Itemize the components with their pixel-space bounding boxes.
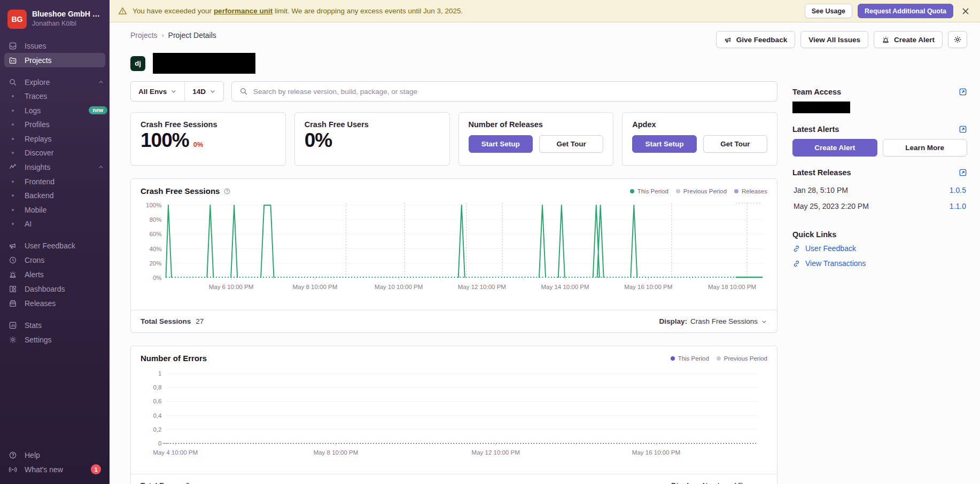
- start-setup-button[interactable]: Start Setup: [469, 135, 533, 153]
- legend-item[interactable]: Previous Period: [717, 355, 767, 362]
- legend-dot: [717, 356, 721, 361]
- total-errors-value: 0: [186, 481, 190, 484]
- request-quota-button[interactable]: Request Additional Quota: [858, 4, 953, 18]
- sidebar-item-logs[interactable]: •Logsnew: [0, 104, 110, 118]
- sidebar-item-label: Explore: [25, 78, 50, 87]
- project-settings-button[interactable]: [948, 31, 967, 48]
- number-of-errors-chart[interactable]: 10,80,60,40,20May 4 10:00 PMMay 8 10:00 …: [133, 367, 774, 469]
- sidebar-item-projects[interactable]: Projects: [4, 53, 105, 67]
- chart-legend: This PeriodPrevious Period: [671, 355, 767, 362]
- crash-free-sessions-panel: Crash Free Sessions This PeriodPrevious …: [130, 178, 777, 333]
- sidebar-item-insights[interactable]: Insights: [0, 160, 110, 175]
- view-all-issues-button[interactable]: View All Issues: [800, 31, 868, 48]
- breadcrumb-projects[interactable]: Projects: [130, 31, 158, 40]
- new-badge: new: [89, 106, 107, 114]
- sidebar-item-mobile[interactable]: •Mobile: [0, 203, 110, 217]
- legend-dot: [734, 189, 738, 193]
- crash-free-users-value: 0%: [305, 130, 332, 152]
- sidebar-item-label: Projects: [25, 56, 52, 65]
- sidebar-item-replays[interactable]: •Replays: [0, 132, 110, 146]
- display-select[interactable]: Display: Crash Free Sessions: [659, 317, 767, 325]
- quick-links-list: User FeedbackView Transactions: [792, 241, 967, 271]
- get-tour-button[interactable]: Get Tour: [539, 135, 603, 153]
- release-date: Jan 28, 5:10 PM: [794, 186, 848, 194]
- chevron-down-icon: [209, 88, 216, 95]
- filter-group: All Envs 14D: [130, 81, 224, 102]
- sidebar-item-crons[interactable]: Crons: [0, 253, 110, 268]
- help-icon[interactable]: [223, 188, 231, 195]
- siren-icon: [882, 36, 890, 44]
- start-setup-button[interactable]: Start Setup: [632, 135, 696, 153]
- search-input[interactable]: [253, 88, 769, 96]
- legend-item[interactable]: Releases: [734, 188, 767, 194]
- get-tour-button[interactable]: Get Tour: [703, 135, 767, 153]
- total-sessions-label: Total Sessions: [141, 317, 191, 325]
- environment-filter[interactable]: All Envs: [131, 82, 184, 101]
- chart-legend: This PeriodPrevious PeriodReleases: [630, 188, 767, 194]
- sidebar-item-help[interactable]: Help: [0, 448, 110, 462]
- chevron-up-icon: [98, 79, 104, 85]
- django-platform-icon: dj: [130, 56, 145, 71]
- svg-text:May 8 10:00 PM: May 8 10:00 PM: [314, 449, 359, 456]
- create-alert-button[interactable]: Create Alert: [792, 139, 877, 157]
- external-link-icon[interactable]: [959, 125, 967, 134]
- legend-item[interactable]: This Period: [630, 188, 668, 194]
- quick-link[interactable]: User Feedback: [792, 241, 967, 256]
- external-link-icon[interactable]: [959, 168, 967, 177]
- svg-text:May 18 10:00 PM: May 18 10:00 PM: [708, 284, 756, 290]
- sidebar-item-discover[interactable]: •Discover: [0, 146, 110, 160]
- org-switcher[interactable]: BG Blueshoe GmbH … Jonathan Kölbl: [0, 7, 110, 38]
- sidebar-item-frontend[interactable]: •Frontend: [0, 175, 110, 189]
- svg-text:20%: 20%: [149, 260, 161, 267]
- legend-item[interactable]: Previous Period: [676, 188, 727, 194]
- sidebar-item-profiles[interactable]: •Profiles: [0, 118, 110, 132]
- release-version-link[interactable]: 1.1.0: [950, 202, 966, 210]
- breadcrumb-current: Project Details: [168, 31, 216, 40]
- sidebar-item-issues[interactable]: Issues: [0, 38, 110, 53]
- card-title: Number of Releases: [469, 120, 604, 129]
- release-version-link[interactable]: 1.0.5: [950, 186, 966, 194]
- create-alert-button[interactable]: Create Alert: [874, 31, 943, 48]
- quick-link[interactable]: View Transactions: [792, 256, 967, 271]
- legend-item[interactable]: This Period: [671, 355, 709, 362]
- performance-unit-link[interactable]: performance unit: [214, 7, 273, 15]
- org-name: Blueshoe GmbH …: [32, 10, 100, 18]
- svg-text:May 14 10:00 PM: May 14 10:00 PM: [541, 284, 589, 290]
- learn-more-button[interactable]: Learn More: [883, 139, 968, 157]
- sidebar-item-settings[interactable]: Settings: [0, 333, 110, 347]
- give-feedback-button[interactable]: Give Feedback: [716, 31, 795, 48]
- issues-icon: [8, 42, 18, 50]
- sidebar-item-user-feedback[interactable]: User Feedback: [0, 239, 110, 253]
- date-range-filter[interactable]: 14D: [184, 82, 223, 101]
- total-sessions-value: 27: [196, 317, 204, 325]
- apdex-card: Apdex Start Setup Get Tour: [622, 112, 777, 166]
- banner-message: You have exceeded your performance unit …: [133, 7, 463, 15]
- sidebar-item-backend[interactable]: •Backend: [0, 189, 110, 203]
- team-name-redacted[interactable]: [792, 102, 850, 113]
- sidebar-item-ai[interactable]: •AI: [0, 217, 110, 231]
- breadcrumb: Projects › Project Details: [130, 31, 216, 40]
- see-usage-button[interactable]: See Usage: [805, 4, 852, 18]
- sidebar-item-stats[interactable]: Stats: [0, 318, 110, 333]
- sidebar-item-dashboards[interactable]: Dashboards: [0, 282, 110, 296]
- sidebar-item-explore[interactable]: Explore: [0, 75, 110, 89]
- display-select[interactable]: Display: Number of Errors: [671, 481, 767, 484]
- sidebar-item-releases[interactable]: Releases: [0, 296, 110, 311]
- breadcrumb-separator: ›: [162, 32, 164, 39]
- sidebar-item-whats-new[interactable]: What's new 1: [0, 462, 110, 477]
- team-access-title: Team Access: [792, 88, 841, 96]
- user-name: Jonathan Kölbl: [32, 20, 100, 27]
- external-link-icon[interactable]: [959, 88, 967, 96]
- crash-free-sessions-chart[interactable]: 100%80%60%40%20%0%May 6 10:00 PMMay 8 10…: [133, 200, 774, 305]
- number-of-releases-card: Number of Releases Start Setup Get Tour: [458, 112, 614, 166]
- card-title: Apdex: [632, 120, 767, 129]
- svg-text:May 10 10:00 PM: May 10 10:00 PM: [375, 284, 423, 290]
- svg-text:0,6: 0,6: [153, 398, 162, 404]
- svg-text:60%: 60%: [149, 231, 161, 237]
- gear-icon: [953, 35, 962, 44]
- sidebar-item-alerts[interactable]: Alerts: [0, 268, 110, 282]
- latest-releases-title: Latest Releases: [792, 168, 851, 177]
- release-row: Jan 28, 5:10 PM1.0.5: [792, 182, 967, 198]
- close-icon[interactable]: [959, 5, 973, 17]
- sidebar-item-traces[interactable]: •Traces: [0, 89, 110, 104]
